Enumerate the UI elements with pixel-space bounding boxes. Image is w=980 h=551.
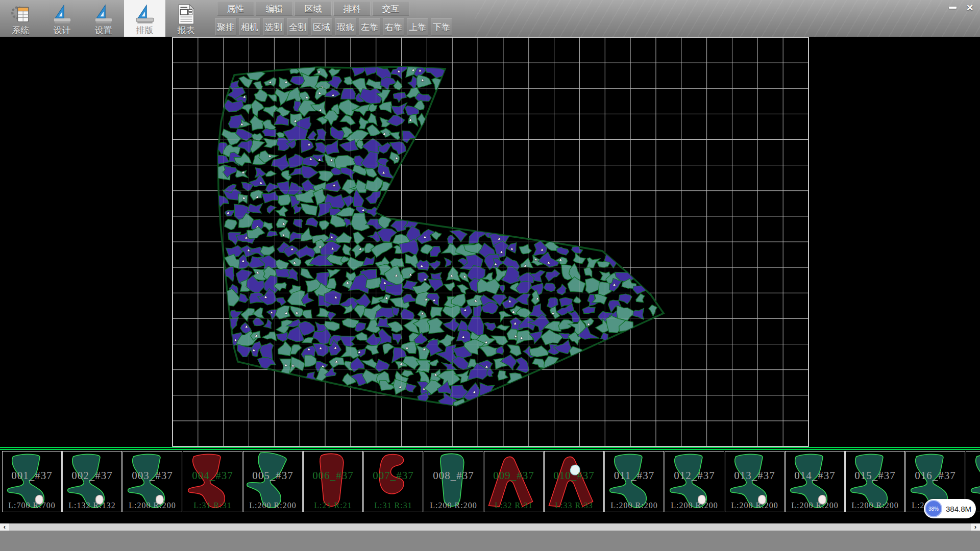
part-tile[interactable]: 010_#37 L:33 R:33 <box>544 451 604 512</box>
close-icon: ✕ <box>966 3 973 13</box>
horizontal-scrollbar[interactable]: ‹ › <box>0 523 980 531</box>
part-name: 013_#37 <box>725 469 784 482</box>
status-bar <box>0 531 980 551</box>
tool-bar: 聚排相机选割全割区域瑕疵左靠右靠上靠下靠 <box>215 18 452 36</box>
window-controls: ✕ <box>944 1 978 14</box>
ribbon-item-3[interactable]: 设置 <box>83 0 124 37</box>
application-window: 系统 设计 设置 排版 报表 属性编辑区域排料交互 聚排相机选割全割区域瑕疵左靠… <box>0 0 980 551</box>
ribbon-item-4[interactable]: 排版 <box>124 0 165 37</box>
part-lr: L:200 R:200 <box>786 501 844 510</box>
menu-tab-1[interactable]: 属性 <box>217 1 254 16</box>
part-name: 016_#37 <box>906 469 965 482</box>
tool-button-9[interactable]: 上靠 <box>407 18 428 36</box>
part-tile[interactable]: 006_#37 L:21 R:21 <box>303 451 363 512</box>
memory-value: 384.8M <box>946 505 971 513</box>
part-tile[interactable]: 008_#37 L:200 R:200 <box>424 451 483 512</box>
part-lr: L:33 R:33 <box>545 501 603 510</box>
part-name: 002_#37 <box>63 469 121 482</box>
part-tile[interactable]: 009_#37 L:32 R:31 <box>484 451 544 512</box>
part-name: 011_#37 <box>605 469 664 482</box>
design-icon <box>52 4 73 25</box>
menu-tab-3[interactable]: 区域 <box>295 1 332 16</box>
part-name: 001_#37 <box>3 469 61 482</box>
toolbar: 系统 设计 设置 排版 报表 属性编辑区域排料交互 聚排相机选割全割区域瑕疵左靠… <box>0 0 980 37</box>
part-tile[interactable]: 005_#37 L:200 R:200 <box>243 451 303 512</box>
tool-button-4[interactable]: 全割 <box>287 18 308 36</box>
part-tile[interactable]: 002_#37 L:132 R:132 <box>62 451 122 512</box>
part-lr: L:200 R:200 <box>243 501 302 510</box>
part-lr: L:21 R:21 <box>304 501 362 510</box>
tool-button-7[interactable]: 左靠 <box>359 18 380 36</box>
menu-bar: 属性编辑区域排料交互 <box>217 1 409 16</box>
part-name: 005_#37 <box>243 469 302 482</box>
part-tile[interactable]: 014_#37 L:200 R:200 <box>785 451 845 512</box>
part-lr: L:32 R:31 <box>484 501 543 510</box>
ribbon-item-1[interactable]: 系统 <box>0 0 41 37</box>
progress-circle: 38% <box>925 500 942 517</box>
part-tile[interactable]: 003_#37 L:200 R:200 <box>122 451 182 512</box>
report-icon <box>176 4 197 25</box>
memory-badge[interactable]: 38% 384.8M <box>924 499 976 518</box>
part-lr: L:200 R:200 <box>424 501 483 510</box>
tool-button-5[interactable]: 区域 <box>311 18 332 36</box>
part-tile[interactable]: 004_#37 L:31 R:31 <box>183 451 242 512</box>
tool-button-2[interactable]: 相机 <box>239 18 260 36</box>
tool-button-3[interactable]: 选割 <box>263 18 284 36</box>
part-name: 012_#37 <box>665 469 724 482</box>
layout-icon <box>134 4 156 25</box>
scroll-right-icon[interactable]: › <box>971 523 980 531</box>
part-name: 009_#37 <box>484 469 543 482</box>
part-tile[interactable]: 015_#37 L:200 R:200 <box>845 451 905 512</box>
part-name: 0 <box>966 469 980 482</box>
part-name: 004_#37 <box>183 469 242 482</box>
part-lr: L:700 R:700 <box>3 501 61 510</box>
part-name: 003_#37 <box>123 469 182 482</box>
part-tile[interactable]: 011_#37 L:200 R:200 <box>604 451 664 512</box>
menu-tab-5[interactable]: 交互 <box>372 1 409 16</box>
settings-icon <box>93 4 114 25</box>
part-tile[interactable]: 007_#37 L:31 R:31 <box>363 451 423 512</box>
ribbon-item-5[interactable]: 报表 <box>165 0 207 37</box>
part-tile[interactable]: 013_#37 L:200 R:200 <box>725 451 785 512</box>
menu-tab-4[interactable]: 排料 <box>333 1 371 16</box>
part-lr: L:200 R:200 <box>665 501 724 510</box>
part-lr: L:200 R:200 <box>605 501 664 510</box>
tool-button-8[interactable]: 右靠 <box>383 18 404 36</box>
part-name: 006_#37 <box>304 469 362 482</box>
ribbon: 系统 设计 设置 排版 报表 <box>0 0 207 37</box>
tool-button-1[interactable]: 聚排 <box>215 18 236 36</box>
part-tile[interactable]: 012_#37 L:200 R:200 <box>665 451 724 512</box>
part-lr: L:200 R:200 <box>725 501 784 510</box>
part-name: 010_#37 <box>545 469 603 482</box>
progress-percent: 38% <box>928 506 939 512</box>
part-lr: L:31 R:31 <box>364 501 423 510</box>
part-name: 007_#37 <box>364 469 423 482</box>
menu-tab-2[interactable]: 编辑 <box>256 1 293 16</box>
part-tile[interactable]: 001_#37 L:700 R:700 <box>2 451 62 512</box>
part-lr: L:31 R:31 <box>183 501 242 510</box>
system-icon <box>10 4 32 25</box>
part-lr: L:200 R:200 <box>123 501 182 510</box>
minimize-icon <box>949 7 957 9</box>
minimize-button[interactable] <box>944 1 961 14</box>
ribbon-item-2[interactable]: 设计 <box>41 0 83 37</box>
close-button[interactable]: ✕ <box>961 1 978 14</box>
part-name: 015_#37 <box>846 469 904 482</box>
part-name: 014_#37 <box>786 469 844 482</box>
scroll-left-icon[interactable]: ‹ <box>0 523 9 531</box>
tool-button-6[interactable]: 瑕疵 <box>335 18 356 36</box>
nesting-canvas[interactable] <box>0 37 980 451</box>
part-lr: L:132 R:132 <box>63 501 121 510</box>
part-name: 008_#37 <box>424 469 483 482</box>
part-lr: L:200 R:200 <box>846 501 904 510</box>
strip-separator <box>0 447 980 450</box>
tool-button-10[interactable]: 下靠 <box>431 18 452 36</box>
parts-strip: 001_#37 L:700 R:700 002_#37 L:132 R:132 … <box>0 447 980 514</box>
